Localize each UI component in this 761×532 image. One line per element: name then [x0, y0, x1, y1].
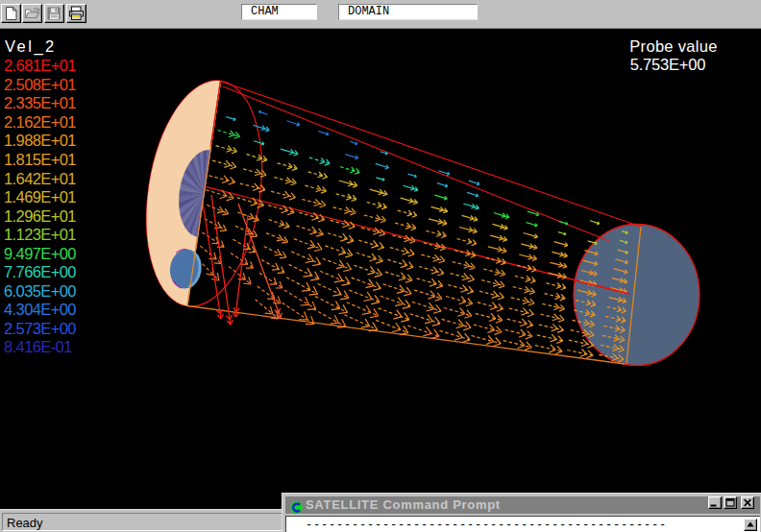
svg-text:1.988E+01: 1.988E+01 [4, 132, 76, 149]
svg-text:5.753E+00: 5.753E+00 [630, 56, 706, 73]
svg-text:7.766E+00: 7.766E+00 [4, 263, 76, 280]
svg-text:1.123E+01: 1.123E+01 [4, 226, 76, 243]
svg-text:1.642E+01: 1.642E+01 [4, 170, 76, 187]
svg-text:2.162E+01: 2.162E+01 [4, 113, 76, 131]
svg-text:6.035E+00: 6.035E+00 [4, 282, 76, 300]
svg-text:9.497E+00: 9.497E+00 [4, 245, 76, 262]
svg-text:1.469E+01: 1.469E+01 [4, 188, 76, 206]
svg-text:4.304E+00: 4.304E+00 [4, 301, 76, 318]
svg-text:2.508E+01: 2.508E+01 [4, 76, 76, 93]
svg-text:1.815E+01: 1.815E+01 [4, 151, 76, 168]
svg-text:2.681E+01: 2.681E+01 [4, 57, 76, 74]
svg-text:Vel_2: Vel_2 [5, 37, 57, 56]
svg-text:8.416E-01: 8.416E-01 [4, 338, 72, 355]
svg-text:2.573E+00: 2.573E+00 [4, 320, 76, 337]
svg-text:1.296E+01: 1.296E+01 [4, 207, 76, 225]
svg-text:2.335E+01: 2.335E+01 [4, 94, 76, 111]
svg-text:Probe value: Probe value [629, 37, 717, 55]
